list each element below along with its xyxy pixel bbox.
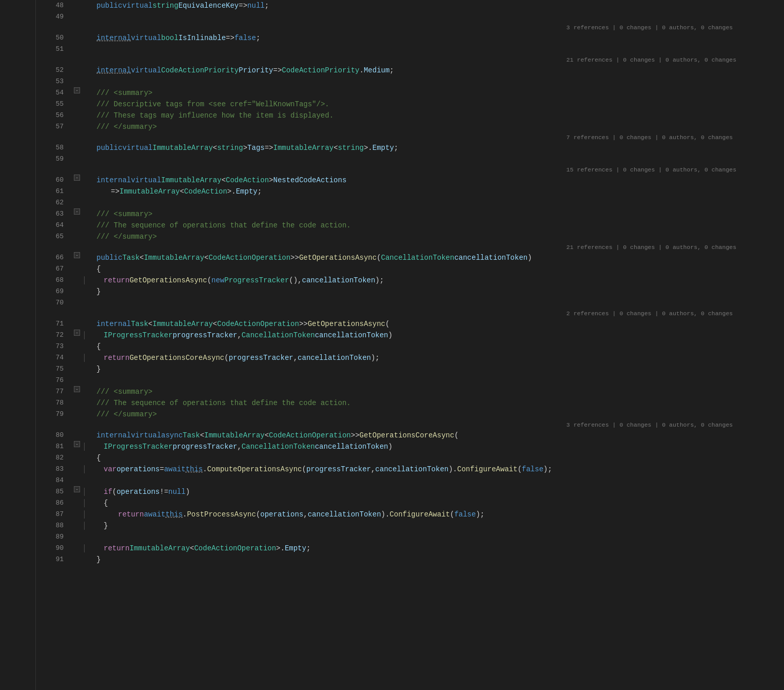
code-content: │return GetOperationsAsync(new ProgressT… [82,275,384,286]
table-row: 66 - public Task<ImmutableArray<CodeActi… [36,252,552,263]
line-number: 60 [36,175,72,186]
table-row: 89 [36,531,552,543]
line-number: 76 [36,375,72,386]
line-number: 68 [36,275,72,286]
fold-gutter[interactable]: - [72,486,82,492]
fold-button[interactable]: - [74,252,80,258]
code-content: │return GetOperationsCoreAsync(progressT… [82,352,380,363]
line-number: 52 [36,65,72,76]
table-row: 75 } [36,363,552,375]
table-row: 63 - /// <summary> [36,208,552,220]
fold-gutter[interactable]: - [72,252,82,258]
table-row: 84 [36,475,552,486]
table-row: 49 [36,11,552,23]
code-content: /// </summary> [82,409,157,420]
code-content: { [82,263,101,275]
line-number: 65 [36,231,72,242]
line-number: 57 [36,121,72,132]
line-number: 61 [36,186,72,197]
fold-button[interactable]: - [74,386,80,392]
line-number: 48 [36,0,72,11]
fold-gutter[interactable]: - [72,330,82,336]
fold-button[interactable]: - [74,87,80,93]
code-content: internal Task<ImmutableArray<CodeActionO… [82,318,389,330]
code-content: public virtual string EquivalenceKey => … [82,0,269,11]
table-row: 69 } [36,286,552,297]
line-number: 77 [36,386,72,397]
fold-gutter[interactable]: - [72,441,82,447]
line-number: 63 [36,208,72,220]
table-row: 59 [36,154,552,165]
code-content: { [82,452,101,464]
table-row: 55 /// Descriptive tags from <see cref="… [36,99,552,110]
code-content: internal virtual async Task<ImmutableArr… [82,430,459,441]
fold-gutter[interactable]: - [72,87,82,93]
line-number: 91 [36,554,72,565]
code-content: internal virtual bool IsInlinable => fal… [82,32,260,44]
code-content: => ImmutableArray<CodeAction>.Empty; [82,186,262,197]
table-row: 67 { [36,263,552,275]
meta-content: 21 references | 0 changes | 0 authors, 0… [552,55,784,65]
table-row: 78 /// The sequence of operations that d… [36,397,552,409]
table-row: 74 │return GetOperationsCoreAsync(progre… [36,352,552,363]
table-row: 56 /// These tags may influence how the … [36,110,552,121]
fold-gutter[interactable]: - [72,386,82,392]
code-content: /// These tags may influence how the ite… [82,110,334,121]
fold-button[interactable]: - [74,330,80,336]
table-row: 61 => ImmutableArray<CodeAction>.Empty; [36,186,552,197]
line-number: 88 [36,520,72,531]
line-number: 69 [36,286,72,297]
table-row: 62 [36,197,552,208]
line-number [36,420,552,430]
table-row: 76 [36,375,552,386]
table-row: 48 public virtual string EquivalenceKey … [36,0,552,11]
table-row: 60 - internal virtual ImmutableArray<Cod… [36,175,552,186]
table-row: 3 references | 0 changes | 0 authors, 0 … [36,420,784,430]
code-content: │return ImmutableArray<CodeActionOperati… [82,543,310,554]
table-row: 2 references | 0 changes | 0 authors, 0 … [36,309,784,318]
code-content: /// The sequence of operations that defi… [82,220,351,231]
line-number: 56 [36,110,72,121]
fold-button[interactable]: - [74,175,80,181]
line-number: 71 [36,318,72,330]
code-content: │if (operations != null) [82,486,190,497]
code-content: │return await this.PostProcessAsync(oper… [82,509,484,520]
line-number: 62 [36,197,72,208]
line-number: 67 [36,263,72,275]
line-number: 86 [36,497,72,509]
table-row: 57 /// </summary> [36,121,552,132]
code-content: │{ [82,497,108,509]
line-number: 53 [36,76,72,87]
line-number-gutter [0,0,36,690]
line-number: 73 [36,341,72,352]
line-number: 64 [36,220,72,231]
code-content: internal virtual ImmutableArray<CodeActi… [82,175,346,186]
table-row: 91 } [36,554,552,565]
table-row: 72 - │IProgressTracker progressTracker, … [36,330,552,341]
code-content: } [82,286,101,297]
line-number: 49 [36,11,72,23]
line-number: 85 [36,486,72,497]
table-row: 90 │return ImmutableArray<CodeActionOper… [36,543,552,554]
table-row: 7 references | 0 changes | 0 authors, 0 … [36,132,784,142]
table-row: 64 /// The sequence of operations that d… [36,220,552,231]
line-number: 80 [36,430,72,441]
fold-button[interactable]: - [74,441,80,447]
table-row: 3 references | 0 changes | 0 authors, 0 … [36,23,784,32]
code-content: /// Descriptive tags from <see cref="Wel… [82,99,329,110]
table-row: 87 │return await this.PostProcessAsync(o… [36,509,552,520]
line-number: 87 [36,509,72,520]
line-number: 89 [36,531,72,543]
fold-button[interactable]: - [74,486,80,492]
line-number: 90 [36,543,72,554]
meta-content: 2 references | 0 changes | 0 authors, 0 … [552,309,784,318]
line-number: 54 [36,87,72,99]
table-row: 80 internal virtual async Task<Immutable… [36,430,552,441]
code-content: /// </summary> [82,231,157,242]
fold-gutter[interactable]: - [72,208,82,215]
table-row: 15 references | 0 changes | 0 authors, 0… [36,165,784,175]
fold-button[interactable]: - [74,208,80,215]
line-number: 66 [36,252,72,263]
table-row: 71 internal Task<ImmutableArray<CodeActi… [36,318,552,330]
fold-gutter[interactable]: - [72,175,82,181]
